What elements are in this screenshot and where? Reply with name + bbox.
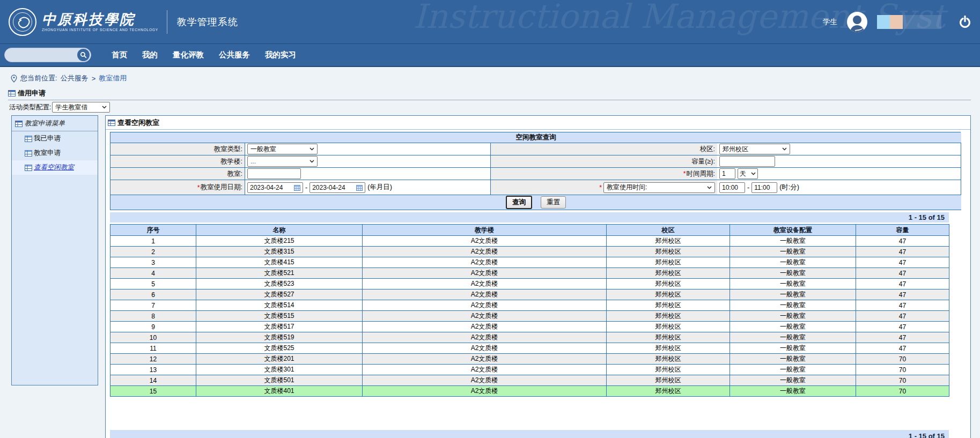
table-cell: A2文质楼 xyxy=(363,247,607,257)
table-cell: 文质楼301 xyxy=(196,365,363,375)
form-title: 空闲教室查询 xyxy=(110,132,961,143)
reset-button[interactable]: 重置 xyxy=(541,196,566,209)
capacity-input[interactable] xyxy=(719,156,775,167)
location-pin-icon xyxy=(11,75,17,83)
date-from-input[interactable]: 2023-04-24 xyxy=(247,182,303,193)
period-unit-select[interactable]: 天 xyxy=(738,168,758,179)
table-cell: 47 xyxy=(856,343,949,354)
table-row[interactable]: 2文质楼315A2文质楼郑州校区一般教室47 xyxy=(110,247,949,257)
table-row[interactable]: 4文质楼521A2文质楼郑州校区一般教室47 xyxy=(110,268,949,279)
chevron-down-icon xyxy=(310,160,314,163)
pagination-bottom: 1 - 15 of 15 xyxy=(110,430,949,438)
table-row[interactable]: 7文质楼514A2文质楼郑州校区一般教室47 xyxy=(110,300,949,311)
table-cell: 文质楼515 xyxy=(196,311,363,322)
table-cell: 5 xyxy=(110,279,196,289)
table-cell: 一般教室 xyxy=(730,311,856,322)
query-button[interactable]: 查询 xyxy=(506,196,532,209)
sidebar-item-label: 我已申请 xyxy=(34,134,61,143)
breadcrumb-current: 教室借用 xyxy=(99,73,127,83)
table-row[interactable]: 5文质楼523A2文质楼郑州校区一般教室47 xyxy=(110,279,949,289)
room-type-value: 一般教室 xyxy=(250,145,276,154)
grid-icon xyxy=(25,165,32,171)
nav-item-4[interactable]: 公共服务 xyxy=(211,44,257,66)
campus-select[interactable]: 郑州校区 xyxy=(719,144,790,154)
calendar-icon[interactable] xyxy=(294,184,300,191)
nav-item-5[interactable]: 我的实习 xyxy=(257,44,304,66)
date-to-input[interactable]: 2023-04-24 xyxy=(310,182,365,193)
table-row[interactable]: 9文质楼517A2文质楼郑州校区一般教室47 xyxy=(110,322,949,332)
time-type-value: 教室使用时间: xyxy=(607,183,647,192)
table-cell: 47 xyxy=(856,247,949,257)
period-input[interactable]: 1 xyxy=(719,168,735,179)
activity-type-select[interactable]: 学生教室借 xyxy=(52,102,110,113)
time-from-input[interactable]: 10:00 xyxy=(719,182,745,193)
table-cell: 郑州校区 xyxy=(607,322,730,332)
table-cell: 一般教室 xyxy=(730,354,856,365)
nav-item-3[interactable]: 量化评教 xyxy=(165,44,211,66)
campus-value: 郑州校区 xyxy=(723,145,748,154)
table-cell: A2文质楼 xyxy=(363,332,607,343)
required-asterisk: * xyxy=(599,184,602,191)
table-cell: 13 xyxy=(110,365,196,375)
table-cell: 文质楼415 xyxy=(196,257,363,268)
table-cell: 文质楼517 xyxy=(196,322,363,332)
logout-power-icon[interactable] xyxy=(959,16,971,28)
table-row[interactable]: 3文质楼415A2文质楼郑州校区一般教室47 xyxy=(110,257,949,268)
table-cell: 文质楼519 xyxy=(196,332,363,343)
search-input[interactable] xyxy=(0,50,77,61)
breadcrumb-section[interactable]: 公共服务 xyxy=(61,73,89,83)
section-title: 借用申请 xyxy=(18,88,46,98)
calendar-icon[interactable] xyxy=(356,184,363,191)
nav-item-1[interactable]: 首页 xyxy=(104,44,135,66)
school-name: 中原科技學院 xyxy=(42,12,158,26)
table-row[interactable]: 6文质楼527A2文质楼郑州校区一般教室47 xyxy=(110,289,949,300)
table-cell: A2文质楼 xyxy=(363,375,607,386)
table-row[interactable]: 8文质楼515A2文质楼郑州校区一般教室47 xyxy=(110,311,949,322)
table-row[interactable]: 14文质楼501A2文质楼郑州校区一般教室70 xyxy=(110,375,949,386)
room-input[interactable] xyxy=(247,168,301,179)
search-box[interactable] xyxy=(4,48,91,62)
column-header: 序号 xyxy=(110,225,196,236)
sidebar-title: 教室申请菜单 xyxy=(25,119,65,128)
user-avatar[interactable] xyxy=(847,12,867,32)
time-from-value: 10:00 xyxy=(722,184,738,191)
table-row[interactable]: 15文质楼401A2文质楼郑州校区一般教室70 xyxy=(110,386,949,397)
table-cell: 郑州校区 xyxy=(607,236,730,247)
column-header: 校区 xyxy=(607,225,730,236)
table-cell: 一般教室 xyxy=(730,268,856,279)
table-row[interactable]: 13文质楼301A2文质楼郑州校区一般教室70 xyxy=(110,365,949,375)
time-type-select[interactable]: 教室使用时间: xyxy=(603,182,715,193)
table-row[interactable]: 11文质楼525A2文质楼郑州校区一般教室47 xyxy=(110,343,949,354)
chevron-down-icon xyxy=(751,172,756,175)
nav-item-2[interactable]: 我的 xyxy=(135,44,165,66)
sidebar-item[interactable]: 我已申请 xyxy=(12,131,98,146)
room-type-select[interactable]: 一般教室 xyxy=(247,144,318,154)
table-cell: 文质楼525 xyxy=(196,343,363,354)
table-cell: A2文质楼 xyxy=(363,289,607,300)
period-label-cell: * 时间周期: xyxy=(491,168,717,180)
sidebar-item[interactable]: 教室申请 xyxy=(12,146,98,160)
grid-icon xyxy=(25,150,32,157)
table-cell: 一般教室 xyxy=(730,322,856,332)
search-icon[interactable] xyxy=(77,49,90,61)
table-cell: 47 xyxy=(856,289,949,300)
building-select[interactable]: ... xyxy=(247,156,318,167)
table-row[interactable]: 12文质楼201A2文质楼郑州校区一般教室70 xyxy=(110,354,949,365)
time-to-input[interactable]: 11:00 xyxy=(751,182,777,193)
room-type-label: 教室类型: xyxy=(110,143,245,155)
table-cell: 文质楼315 xyxy=(196,247,363,257)
school-logo-icon xyxy=(9,8,36,36)
table-row[interactable]: 1文质楼215A2文质楼郑州校区一般教室47 xyxy=(110,236,949,247)
campus-label: 校区: xyxy=(491,143,717,155)
table-cell: 郑州校区 xyxy=(607,386,730,397)
table-cell: 文质楼523 xyxy=(196,279,363,289)
pagination-top: 1 - 15 of 15 xyxy=(110,212,949,222)
sidebar-item[interactable]: 查看空闲教室 xyxy=(12,160,98,175)
table-cell: 文质楼527 xyxy=(196,289,363,300)
table-row[interactable]: 10文质楼519A2文质楼郑州校区一般教室47 xyxy=(110,332,949,343)
breadcrumb-separator: > xyxy=(92,75,96,83)
table-cell: 9 xyxy=(110,322,196,332)
capacity-label: 容量(≥): xyxy=(491,155,717,168)
form-button-row: 查询 重置 xyxy=(110,195,961,210)
table-cell: 郑州校区 xyxy=(607,375,730,386)
